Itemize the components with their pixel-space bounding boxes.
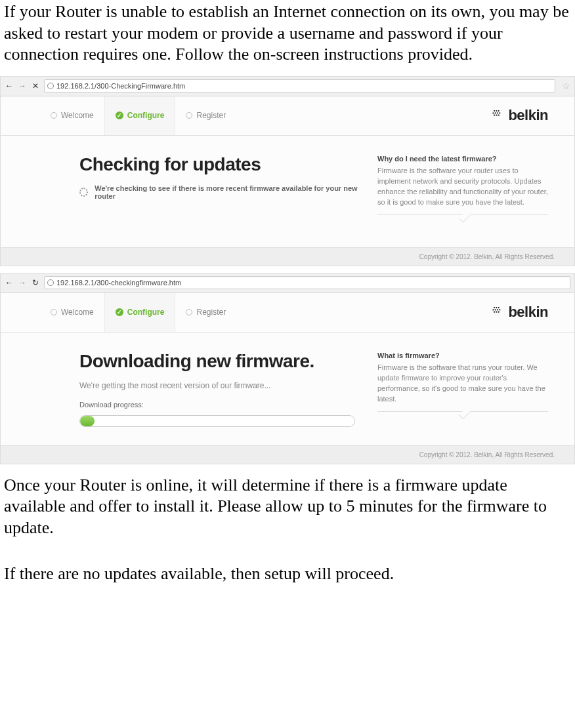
screenshot-downloading-firmware: ← → ↻ 192.168.2.1/300-checkingfirmware.h… [0, 273, 575, 464]
sidebar-info: Why do I need the latest firmware? Firmw… [377, 154, 548, 229]
step-label: Configure [127, 308, 165, 317]
url-input[interactable]: 192.168.2.1/300-CheckingFirmware.htm [44, 79, 555, 92]
forward-icon[interactable]: → [18, 81, 27, 91]
step-register[interactable]: Register [175, 96, 236, 135]
callout-pointer-icon [377, 214, 548, 215]
spinner-icon [79, 188, 88, 197]
url-text: 192.168.2.1/300-checkingfirmware.htm [56, 279, 181, 287]
empty-circle-icon [186, 112, 192, 119]
page-body: Checking for updates We're checking to s… [1, 136, 574, 247]
callout-pointer-icon [377, 411, 548, 412]
page-heading: Checking for updates [79, 154, 358, 175]
empty-circle-icon [186, 309, 192, 315]
step-label: Configure [127, 111, 165, 120]
step-welcome[interactable]: Welcome [40, 293, 104, 332]
wizard-header: Welcome ✓ Configure Register belkin [1, 96, 574, 136]
page-body: Downloading new firmware. We're getting … [1, 333, 574, 445]
url-text: 192.168.2.1/300-CheckingFirmware.htm [56, 82, 185, 90]
logo-text: belkin [508, 304, 548, 321]
copyright: Copyright © 2012. Belkin, All Rights Res… [1, 247, 574, 266]
back-icon[interactable]: ← [5, 81, 14, 91]
sidebar-body: Firmware is the software your router use… [377, 166, 548, 208]
sidebar-info: What is firmware? Firmware is the softwa… [377, 351, 548, 427]
sidebar-title: What is firmware? [377, 351, 548, 361]
step-configure[interactable]: ✓ Configure [104, 293, 176, 332]
belkin-dots-icon [492, 306, 505, 318]
copyright: Copyright © 2012. Belkin, All Rights Res… [1, 445, 574, 464]
globe-icon [47, 279, 54, 286]
step-label: Welcome [61, 111, 94, 120]
wizard-header: Welcome ✓ Configure Register belkin [1, 293, 574, 333]
status-text: We're checking to see if there is more r… [95, 184, 358, 200]
logo-text: belkin [508, 107, 548, 124]
back-icon[interactable]: ← [5, 278, 14, 287]
close-icon[interactable]: ✕ [31, 81, 40, 91]
page-heading: Downloading new firmware. [79, 351, 358, 372]
forward-icon[interactable]: → [18, 278, 27, 287]
step-label: Register [196, 111, 226, 120]
progress-label: Download progress: [79, 401, 358, 409]
outro-paragraph-2: If there are no updates available, then … [0, 544, 575, 596]
reload-icon[interactable]: ↻ [31, 278, 40, 287]
sidebar-body: Firmware is the software that runs your … [377, 363, 548, 405]
step-label: Welcome [61, 308, 94, 317]
screenshot-checking-updates: ← → ✕ 192.168.2.1/300-CheckingFirmware.h… [0, 76, 575, 266]
intro-paragraph: If your Router is unable to establish an… [0, 0, 575, 76]
browser-toolbar: ← → ↻ 192.168.2.1/300-checkingfirmware.h… [1, 273, 574, 293]
sidebar-title: Why do I need the latest firmware? [377, 154, 548, 165]
step-register[interactable]: Register [175, 293, 236, 332]
check-circle-icon: ✓ [116, 111, 123, 119]
globe-icon [47, 83, 54, 89]
empty-circle-icon [51, 112, 57, 119]
url-input[interactable]: 192.168.2.1/300-checkingfirmware.htm [44, 276, 570, 289]
belkin-logo: belkin [492, 107, 548, 124]
bookmark-star-icon[interactable]: ☆ [562, 81, 570, 91]
progress-fill [80, 416, 95, 426]
sub-text: We're getting the most recent version of… [79, 381, 358, 390]
outro-paragraph-1: Once your Router is online, it will dete… [0, 464, 575, 544]
progress-bar [79, 415, 355, 427]
empty-circle-icon [51, 309, 57, 315]
step-label: Register [196, 308, 226, 317]
belkin-logo: belkin [492, 304, 548, 321]
browser-toolbar: ← → ✕ 192.168.2.1/300-CheckingFirmware.h… [1, 77, 574, 96]
belkin-dots-icon [492, 110, 505, 121]
step-welcome[interactable]: Welcome [40, 96, 104, 135]
step-configure[interactable]: ✓ Configure [104, 96, 176, 135]
check-circle-icon: ✓ [116, 308, 123, 316]
